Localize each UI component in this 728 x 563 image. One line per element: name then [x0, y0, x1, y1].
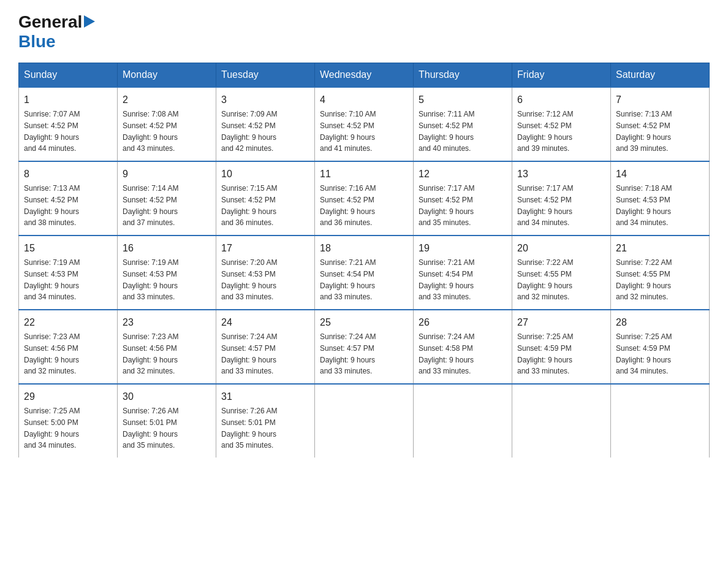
calendar-day-cell: 22Sunrise: 7:23 AMSunset: 4:56 PMDayligh… — [19, 310, 118, 384]
header-saturday: Saturday — [611, 63, 710, 88]
day-info: Sunrise: 7:24 AMSunset: 4:58 PMDaylight:… — [419, 332, 474, 375]
day-number: 21 — [616, 241, 704, 256]
day-info: Sunrise: 7:19 AMSunset: 4:53 PMDaylight:… — [123, 258, 178, 301]
logo-blue-text: Blue — [18, 32, 56, 51]
day-number: 8 — [24, 167, 112, 182]
calendar-day-cell: 18Sunrise: 7:21 AMSunset: 4:54 PMDayligh… — [315, 236, 414, 310]
day-number: 30 — [123, 389, 211, 404]
calendar-day-cell: 14Sunrise: 7:18 AMSunset: 4:53 PMDayligh… — [611, 161, 710, 236]
calendar-day-cell: 20Sunrise: 7:22 AMSunset: 4:55 PMDayligh… — [512, 236, 611, 310]
calendar-day-cell — [414, 384, 512, 458]
day-number: 15 — [24, 241, 112, 256]
day-info: Sunrise: 7:22 AMSunset: 4:55 PMDaylight:… — [517, 258, 573, 301]
calendar-week-row: 15Sunrise: 7:19 AMSunset: 4:53 PMDayligh… — [19, 236, 710, 310]
calendar-day-cell: 5Sunrise: 7:11 AMSunset: 4:52 PMDaylight… — [414, 87, 512, 161]
calendar-day-cell: 15Sunrise: 7:19 AMSunset: 4:53 PMDayligh… — [19, 236, 118, 310]
calendar-day-cell: 13Sunrise: 7:17 AMSunset: 4:52 PMDayligh… — [512, 161, 611, 236]
day-info: Sunrise: 7:13 AMSunset: 4:52 PMDaylight:… — [24, 184, 80, 227]
calendar-day-cell: 1Sunrise: 7:07 AMSunset: 4:52 PMDaylight… — [19, 87, 118, 161]
day-number: 26 — [419, 315, 507, 330]
day-number: 16 — [123, 241, 211, 256]
day-info: Sunrise: 7:19 AMSunset: 4:53 PMDaylight:… — [24, 258, 80, 301]
day-info: Sunrise: 7:25 AMSunset: 4:59 PMDaylight:… — [517, 332, 573, 375]
day-number: 31 — [221, 389, 309, 404]
calendar-week-row: 22Sunrise: 7:23 AMSunset: 4:56 PMDayligh… — [19, 310, 710, 384]
calendar-day-cell: 21Sunrise: 7:22 AMSunset: 4:55 PMDayligh… — [611, 236, 710, 310]
calendar-header-row: Sunday Monday Tuesday Wednesday Thursday… — [19, 63, 710, 88]
day-info: Sunrise: 7:11 AMSunset: 4:52 PMDaylight:… — [419, 110, 474, 153]
day-info: Sunrise: 7:23 AMSunset: 4:56 PMDaylight:… — [24, 332, 80, 375]
logo: General Blue — [18, 12, 95, 52]
calendar-week-row: 29Sunrise: 7:25 AMSunset: 5:00 PMDayligh… — [19, 384, 710, 458]
day-number: 4 — [320, 93, 408, 107]
day-number: 28 — [616, 315, 704, 330]
calendar-day-cell: 11Sunrise: 7:16 AMSunset: 4:52 PMDayligh… — [315, 161, 414, 236]
day-info: Sunrise: 7:12 AMSunset: 4:52 PMDaylight:… — [517, 110, 573, 153]
day-number: 12 — [419, 167, 507, 182]
day-info: Sunrise: 7:24 AMSunset: 4:57 PMDaylight:… — [221, 332, 277, 375]
svg-marker-0 — [84, 15, 95, 28]
day-info: Sunrise: 7:24 AMSunset: 4:57 PMDaylight:… — [320, 332, 376, 375]
day-number: 24 — [221, 315, 309, 330]
day-number: 6 — [517, 93, 605, 107]
header-friday: Friday — [512, 63, 611, 88]
day-info: Sunrise: 7:08 AMSunset: 4:52 PMDaylight:… — [123, 110, 178, 153]
calendar-day-cell: 19Sunrise: 7:21 AMSunset: 4:54 PMDayligh… — [414, 236, 512, 310]
day-number: 14 — [616, 167, 704, 182]
day-number: 5 — [419, 93, 507, 107]
logo-general-text: General — [18, 12, 82, 32]
day-number: 3 — [221, 93, 309, 107]
calendar-day-cell: 7Sunrise: 7:13 AMSunset: 4:52 PMDaylight… — [611, 87, 710, 161]
day-number: 23 — [123, 315, 211, 330]
day-info: Sunrise: 7:26 AMSunset: 5:01 PMDaylight:… — [221, 407, 277, 450]
calendar-day-cell: 31Sunrise: 7:26 AMSunset: 5:01 PMDayligh… — [216, 384, 315, 458]
day-info: Sunrise: 7:07 AMSunset: 4:52 PMDaylight:… — [24, 110, 80, 153]
day-number: 13 — [517, 167, 605, 182]
day-number: 29 — [24, 389, 112, 404]
calendar-day-cell: 30Sunrise: 7:26 AMSunset: 5:01 PMDayligh… — [118, 384, 216, 458]
header-thursday: Thursday — [414, 63, 512, 88]
day-info: Sunrise: 7:10 AMSunset: 4:52 PMDaylight:… — [320, 110, 376, 153]
calendar-day-cell: 8Sunrise: 7:13 AMSunset: 4:52 PMDaylight… — [19, 161, 118, 236]
calendar-week-row: 1Sunrise: 7:07 AMSunset: 4:52 PMDaylight… — [19, 87, 710, 161]
day-info: Sunrise: 7:21 AMSunset: 4:54 PMDaylight:… — [419, 258, 474, 301]
day-number: 19 — [419, 241, 507, 256]
day-info: Sunrise: 7:20 AMSunset: 4:53 PMDaylight:… — [221, 258, 277, 301]
day-number: 25 — [320, 315, 408, 330]
header-sunday: Sunday — [19, 63, 118, 88]
calendar-day-cell — [512, 384, 611, 458]
day-info: Sunrise: 7:09 AMSunset: 4:52 PMDaylight:… — [221, 110, 277, 153]
calendar-day-cell: 29Sunrise: 7:25 AMSunset: 5:00 PMDayligh… — [19, 384, 118, 458]
day-number: 1 — [24, 93, 112, 107]
day-info: Sunrise: 7:22 AMSunset: 4:55 PMDaylight:… — [616, 258, 672, 301]
calendar-day-cell: 17Sunrise: 7:20 AMSunset: 4:53 PMDayligh… — [216, 236, 315, 310]
calendar-day-cell: 12Sunrise: 7:17 AMSunset: 4:52 PMDayligh… — [414, 161, 512, 236]
day-number: 2 — [123, 93, 211, 107]
calendar-day-cell: 23Sunrise: 7:23 AMSunset: 4:56 PMDayligh… — [118, 310, 216, 384]
calendar-day-cell: 16Sunrise: 7:19 AMSunset: 4:53 PMDayligh… — [118, 236, 216, 310]
calendar-day-cell: 6Sunrise: 7:12 AMSunset: 4:52 PMDaylight… — [512, 87, 611, 161]
header-tuesday: Tuesday — [216, 63, 315, 88]
calendar-table: Sunday Monday Tuesday Wednesday Thursday… — [18, 63, 710, 458]
header-monday: Monday — [118, 63, 216, 88]
day-info: Sunrise: 7:21 AMSunset: 4:54 PMDaylight:… — [320, 258, 376, 301]
header-wednesday: Wednesday — [315, 63, 414, 88]
calendar-week-row: 8Sunrise: 7:13 AMSunset: 4:52 PMDaylight… — [19, 161, 710, 236]
calendar-day-cell — [315, 384, 414, 458]
day-info: Sunrise: 7:17 AMSunset: 4:52 PMDaylight:… — [517, 184, 573, 227]
day-number: 9 — [123, 167, 211, 182]
calendar-day-cell: 27Sunrise: 7:25 AMSunset: 4:59 PMDayligh… — [512, 310, 611, 384]
day-number: 7 — [616, 93, 704, 107]
calendar-day-cell: 10Sunrise: 7:15 AMSunset: 4:52 PMDayligh… — [216, 161, 315, 236]
calendar-day-cell — [611, 384, 710, 458]
day-number: 18 — [320, 241, 408, 256]
logo-arrow-icon — [84, 15, 95, 30]
calendar-day-cell: 2Sunrise: 7:08 AMSunset: 4:52 PMDaylight… — [118, 87, 216, 161]
day-info: Sunrise: 7:15 AMSunset: 4:52 PMDaylight:… — [221, 184, 277, 227]
calendar-day-cell: 24Sunrise: 7:24 AMSunset: 4:57 PMDayligh… — [216, 310, 315, 384]
day-info: Sunrise: 7:14 AMSunset: 4:52 PMDaylight:… — [123, 184, 178, 227]
page-header: General Blue — [18, 12, 710, 52]
day-info: Sunrise: 7:25 AMSunset: 4:59 PMDaylight:… — [616, 332, 672, 375]
day-info: Sunrise: 7:25 AMSunset: 5:00 PMDaylight:… — [24, 407, 80, 450]
day-info: Sunrise: 7:26 AMSunset: 5:01 PMDaylight:… — [123, 407, 178, 450]
